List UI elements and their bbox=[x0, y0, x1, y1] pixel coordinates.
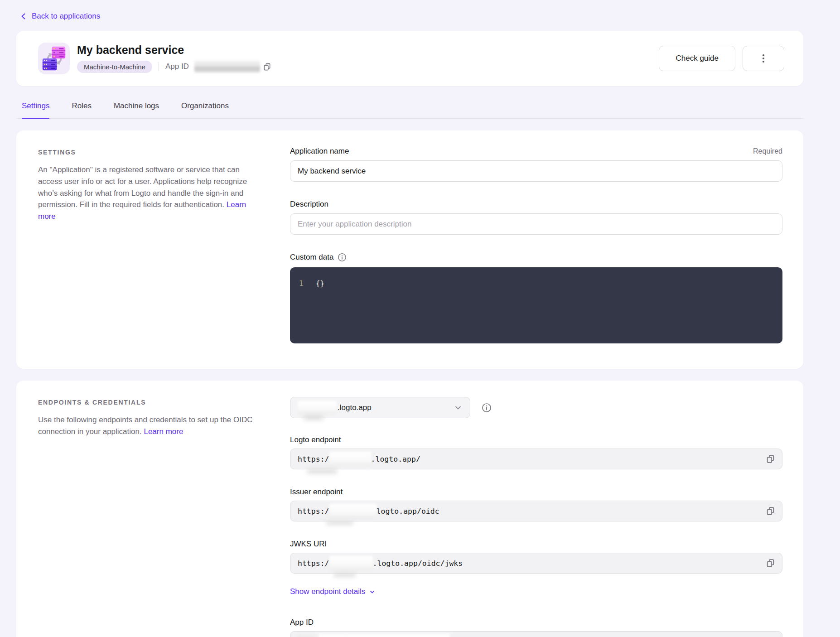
endpoint-suffix: .logto.app/ bbox=[371, 455, 420, 463]
copy-icon bbox=[766, 559, 775, 568]
show-endpoint-details-toggle[interactable]: Show endpoint details bbox=[290, 587, 376, 596]
custom-data-json-editor[interactable]: 1{} bbox=[290, 267, 782, 343]
endpoints-learn-more-link[interactable]: Learn more bbox=[144, 427, 183, 436]
machine-to-machine-app-icon bbox=[38, 43, 70, 74]
issuer-endpoint-value: https:/logto.app/oidc bbox=[290, 501, 782, 521]
description-label: Description bbox=[290, 200, 328, 209]
redacted-tenant-id bbox=[329, 452, 371, 466]
application-detail-page: Back to applications bbox=[0, 0, 840, 637]
copy-icon bbox=[766, 507, 775, 516]
domain-info-button[interactable] bbox=[482, 403, 492, 413]
endpoints-section-description: Use the following endpoints and credenti… bbox=[38, 414, 256, 438]
info-icon[interactable] bbox=[338, 253, 347, 262]
tab-organizations[interactable]: Organizations bbox=[181, 101, 229, 118]
endpoint-prefix: https:/ bbox=[298, 455, 329, 463]
application-name-label: Application name bbox=[290, 147, 349, 156]
description-input[interactable] bbox=[290, 213, 782, 235]
copy-jwks-uri-button[interactable] bbox=[764, 557, 777, 570]
copy-app-id-button[interactable] bbox=[261, 61, 273, 73]
app-type-badge: Machine-to-Machine bbox=[77, 61, 152, 73]
show-endpoint-details-label: Show endpoint details bbox=[290, 587, 365, 596]
back-to-applications-link[interactable]: Back to applications bbox=[16, 10, 803, 23]
app-id-field-label: App ID bbox=[290, 618, 314, 627]
redaction-artifact bbox=[333, 573, 356, 577]
redaction-artifact bbox=[326, 521, 353, 525]
app-title: My backend service bbox=[77, 44, 273, 57]
settings-section-description: An "Application" is a registered softwar… bbox=[38, 164, 256, 222]
kebab-menu-icon bbox=[759, 53, 768, 63]
endpoints-section-title: ENDPOINTS & CREDENTIALS bbox=[38, 399, 290, 406]
logto-endpoint-value: https:/.logto.app/ bbox=[290, 449, 782, 469]
description-field-group: Description bbox=[290, 200, 782, 235]
more-actions-button[interactable] bbox=[743, 46, 784, 71]
redacted-app-id bbox=[298, 634, 314, 637]
redaction-artifact bbox=[307, 468, 337, 474]
redacted-tenant-id bbox=[298, 401, 337, 415]
application-name-field-group: Application name Required bbox=[290, 147, 782, 182]
endpoints-section-card: ENDPOINTS & CREDENTIALS Use the followin… bbox=[16, 381, 803, 637]
application-name-input[interactable] bbox=[290, 160, 782, 182]
editor-code-content: {} bbox=[316, 279, 324, 288]
chevron-down-icon bbox=[454, 403, 463, 412]
tab-settings[interactable]: Settings bbox=[22, 101, 49, 119]
tab-roles[interactable]: Roles bbox=[72, 101, 91, 118]
jwks-uri-group: JWKS URI https:/.logto.app/oidc/jwks bbox=[290, 540, 782, 574]
copy-app-id-button[interactable] bbox=[764, 635, 777, 637]
required-indicator: Required bbox=[753, 147, 782, 155]
redacted-app-id bbox=[319, 634, 450, 637]
app-id-label: App ID bbox=[165, 62, 189, 71]
logto-endpoint-label: Logto endpoint bbox=[290, 435, 341, 444]
copy-icon bbox=[766, 454, 775, 464]
chevron-left-icon bbox=[20, 13, 27, 20]
redaction-artifact bbox=[304, 415, 323, 420]
endpoint-prefix: https:/ bbox=[298, 507, 329, 516]
redacted-tenant-id bbox=[329, 504, 377, 518]
issuer-endpoint-label: Issuer endpoint bbox=[290, 487, 343, 497]
endpoint-suffix: logto.app/oidc bbox=[377, 507, 439, 516]
meta-divider bbox=[159, 62, 159, 71]
settings-section-card: SETTINGS An "Application" is a registere… bbox=[16, 130, 803, 369]
redacted-tenant-id bbox=[329, 556, 373, 570]
custom-data-label: Custom data bbox=[290, 253, 333, 262]
info-icon bbox=[482, 403, 492, 413]
editor-line-number: 1 bbox=[299, 279, 304, 288]
copy-icon bbox=[263, 63, 271, 71]
custom-domain-row: .logto.app bbox=[290, 397, 782, 418]
chevron-down-icon bbox=[369, 589, 376, 595]
logto-endpoint-group: Logto endpoint https:/.logto.app/ bbox=[290, 435, 782, 469]
settings-section-title: SETTINGS bbox=[38, 149, 290, 156]
jwks-uri-value: https:/.logto.app/oidc/jwks bbox=[290, 553, 782, 574]
domain-select-value: .logto.app bbox=[338, 403, 372, 412]
endpoint-suffix: .logto.app/oidc/jwks bbox=[373, 559, 463, 568]
issuer-endpoint-group: Issuer endpoint https:/logto.app/oidc bbox=[290, 487, 782, 521]
check-guide-button[interactable]: Check guide bbox=[659, 46, 735, 71]
app-id-value bbox=[290, 631, 782, 637]
copy-issuer-endpoint-button[interactable] bbox=[764, 505, 777, 518]
jwks-uri-label: JWKS URI bbox=[290, 540, 327, 549]
app-detail-tabs: Settings Roles Machine logs Organization… bbox=[16, 101, 803, 119]
back-link-label: Back to applications bbox=[32, 12, 100, 21]
app-id-group: App ID bbox=[290, 618, 782, 637]
tab-machine-logs[interactable]: Machine logs bbox=[114, 101, 159, 118]
redacted-app-id-value bbox=[194, 61, 260, 72]
endpoint-prefix: https:/ bbox=[298, 559, 329, 568]
custom-data-field-group: Custom data 1{} bbox=[290, 253, 782, 343]
copy-logto-endpoint-button[interactable] bbox=[764, 453, 777, 466]
app-header-card: My backend service Machine-to-Machine Ap… bbox=[16, 31, 803, 86]
